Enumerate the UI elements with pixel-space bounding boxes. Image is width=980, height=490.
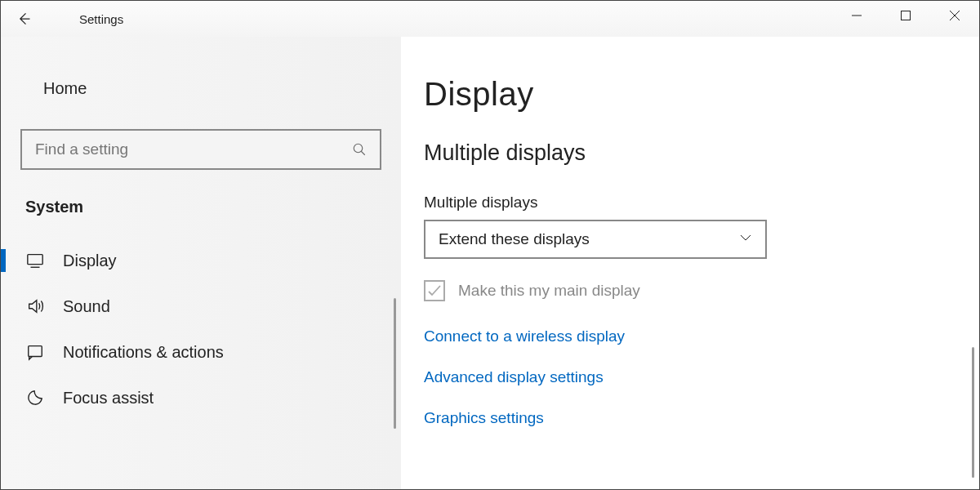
sidebar-home-label: Home (43, 79, 87, 98)
sidebar-item-notifications[interactable]: Notifications & actions (1, 329, 401, 375)
link-connect-wireless[interactable]: Connect to a wireless display (424, 327, 979, 345)
link-advanced-display[interactable]: Advanced display settings (424, 368, 979, 386)
checkmark-icon (427, 283, 442, 298)
sidebar-item-sound[interactable]: Sound (1, 283, 401, 329)
sidebar-item-focus-assist[interactable]: Focus assist (1, 375, 401, 421)
maximize-icon (901, 11, 911, 20)
search-icon (352, 142, 367, 157)
notifications-icon (25, 342, 45, 362)
sidebar-nav: Display Sound Notifications & actions (1, 238, 401, 421)
close-icon (950, 11, 960, 20)
sidebar-item-display[interactable]: Display (1, 238, 401, 283)
section-title: Multiple displays (424, 140, 979, 166)
dropdown-label: Multiple displays (424, 194, 979, 212)
minimize-icon (852, 11, 862, 20)
sidebar-section-label: System (25, 198, 401, 216)
sidebar-home[interactable]: Home (1, 69, 401, 108)
sidebar-item-label: Notifications & actions (63, 343, 224, 362)
window-controls (832, 1, 979, 30)
svg-line-5 (361, 151, 365, 155)
svg-rect-8 (29, 346, 42, 357)
link-graphics-settings[interactable]: Graphics settings (424, 409, 979, 427)
titlebar: Settings (1, 1, 979, 37)
maximize-button[interactable] (881, 1, 930, 30)
checkbox-box (424, 280, 445, 301)
chevron-down-icon (739, 231, 752, 247)
svg-rect-6 (28, 255, 42, 265)
close-button[interactable] (930, 1, 979, 30)
sidebar-item-label: Display (63, 252, 117, 270)
content-pane: Display Multiple displays Multiple displ… (401, 37, 979, 489)
multiple-displays-dropdown[interactable]: Extend these displays (424, 220, 767, 259)
svg-rect-1 (902, 11, 911, 20)
main-display-checkbox[interactable]: Make this my main display (424, 280, 979, 301)
checkbox-label: Make this my main display (458, 282, 640, 300)
sidebar-scrollbar[interactable] (394, 298, 396, 429)
window-title: Settings (79, 12, 123, 26)
sidebar: Home System Display Sound (1, 37, 401, 489)
sidebar-item-label: Focus assist (63, 389, 154, 408)
sidebar-item-label: Sound (63, 297, 110, 316)
content-scrollbar[interactable] (972, 347, 974, 478)
search-box[interactable] (20, 129, 381, 170)
svg-point-4 (354, 144, 363, 153)
search-input[interactable] (35, 140, 352, 158)
back-button[interactable] (6, 1, 42, 37)
arrow-left-icon (16, 11, 32, 27)
dropdown-value: Extend these displays (439, 230, 590, 248)
page-title: Display (424, 76, 979, 113)
display-icon (25, 251, 45, 270)
focus-assist-icon (25, 388, 45, 408)
sound-icon (25, 296, 45, 316)
minimize-button[interactable] (832, 1, 881, 30)
